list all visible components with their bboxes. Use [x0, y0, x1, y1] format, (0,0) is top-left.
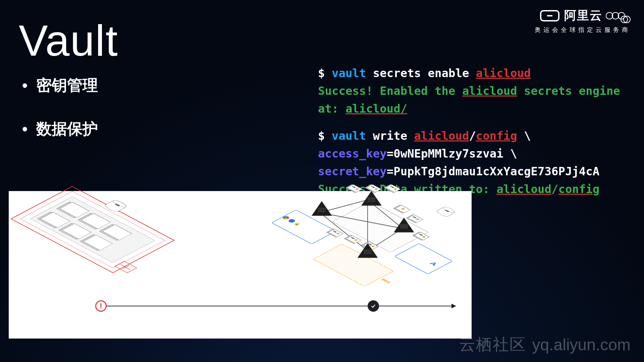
lock-icon: 🔒: [336, 232, 341, 235]
lock-icon: 🔒: [401, 207, 407, 210]
term-highlight: config: [558, 182, 599, 196]
term-line-3: $ vault write alicloud/config \: [318, 127, 644, 145]
lock-icon: 🔒: [355, 187, 361, 190]
term-key: secret_key: [318, 165, 387, 178]
olympic-rings-icon: [607, 12, 631, 19]
cloud-plane-generic: [332, 201, 429, 252]
architecture-diagram: ! DB VM 🔒 VM 🔒 VM 🔒: [9, 191, 472, 339]
term-line-5: secret_key=PupkTg8jdmau1cXxYacgE736PJj4c…: [318, 163, 644, 180]
term-line-4: access_key=0wNEpMMlzy7szvai \: [318, 145, 644, 163]
term-text: =: [387, 165, 393, 178]
prompt: $: [318, 129, 332, 142]
vm-box: VM 🔒: [385, 184, 401, 192]
term-text: \: [517, 129, 531, 142]
bullet-item: 密钥管理: [22, 75, 98, 96]
term-success: Success! Enabled the: [318, 84, 462, 98]
alibaba-bracket-icon: [540, 10, 559, 21]
lock-icon: 🔒: [416, 218, 421, 221]
term-cmd: vault: [332, 129, 366, 142]
lock-icon: 🔒: [374, 187, 380, 190]
slide-title: Vault: [19, 15, 118, 66]
bullet-list: 密钥管理 数据保护: [22, 75, 98, 162]
lock-icon: 🔒: [422, 235, 428, 238]
consul-node-icon: [394, 218, 414, 233]
brand-logo: 阿里云 奥运会全球指定云服务商: [535, 7, 631, 34]
term-cmd: vault: [332, 66, 366, 80]
term-key: access_key: [318, 147, 387, 160]
term-value: 0wNEpMMlzy7szvai: [393, 147, 503, 160]
database-icon: DB: [433, 207, 455, 218]
vm-box: 🔒: [395, 205, 411, 213]
prompt: $: [318, 66, 332, 80]
watermark-url: yq.aliyun.com: [532, 336, 631, 354]
term-text: /: [551, 182, 558, 196]
cloud-plane-azure: [394, 243, 453, 275]
aws-logo-icon: aws: [380, 278, 392, 284]
term-highlight: alicloud: [414, 129, 469, 142]
watermark: 云栖社区 yq.aliyun.com: [459, 334, 631, 355]
brand-tagline: 奥运会全球指定云服务商: [535, 26, 631, 34]
term-highlight: alicloud: [476, 66, 531, 80]
consul-node-icon: [361, 191, 382, 206]
stop-error-icon: !: [95, 300, 107, 312]
terminal-block: $ vault secrets enable alicloud Success!…: [318, 64, 644, 198]
multicloud-isometric: VM 🔒 VM 🔒 VM 🔒 VM 🔒 VM 🔒 VM 🔒 VM 🔒 VM 🔒 …: [272, 181, 463, 299]
datacenter-isometric: DB: [20, 186, 165, 274]
term-highlight: alicloud: [496, 182, 551, 196]
term-text: write: [366, 129, 414, 142]
lock-icon: 🔒: [393, 187, 399, 190]
consul-node-icon: [358, 243, 378, 258]
term-highlight: alicloud/: [345, 102, 407, 115]
term-highlight: config: [476, 129, 517, 142]
term-text: =: [387, 147, 393, 160]
vm-box: VM 🔒: [346, 235, 361, 243]
stop-success-icon: [368, 300, 379, 312]
consul-node-icon: [312, 201, 332, 217]
term-text: /: [469, 129, 476, 142]
lock-icon: 🔒: [354, 238, 359, 241]
term-value: PupkTg8jdmau1cXxYacgE736PJj4cA: [393, 165, 599, 178]
brand-name: 阿里云: [564, 7, 602, 24]
vm-box: VM 🔒: [347, 184, 363, 192]
migration-arrow: [103, 306, 455, 306]
term-highlight: alicloud: [462, 84, 517, 98]
bullet-item: 数据保护: [22, 119, 98, 139]
perimeter-outer: [10, 186, 175, 273]
term-line-1: $ vault secrets enable alicloud: [318, 64, 644, 82]
term-line-2: Success! Enabled the alicloud secrets en…: [318, 82, 644, 118]
term-text: secrets enable: [366, 66, 476, 80]
term-text: \: [503, 147, 517, 160]
